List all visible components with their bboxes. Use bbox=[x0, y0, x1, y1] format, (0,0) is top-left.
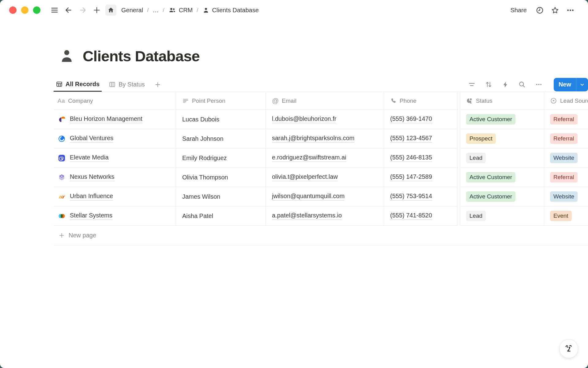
breadcrumb-clients-database[interactable]: Clients Database bbox=[201, 6, 261, 15]
phone-link[interactable]: (555) 147-2589 bbox=[390, 173, 432, 181]
phone-property-icon bbox=[390, 98, 397, 104]
breadcrumb-separator: / bbox=[160, 7, 166, 13]
view-more-icon[interactable] bbox=[535, 81, 543, 88]
column-header-lead-source[interactable]: Lead Source bbox=[544, 92, 588, 109]
point-person-value: Olivia Thompson bbox=[182, 174, 228, 181]
page-title[interactable]: Clients Database bbox=[83, 48, 200, 65]
column-gap bbox=[458, 92, 460, 110]
tab-by-status[interactable]: By Status bbox=[107, 77, 147, 92]
table-view-icon bbox=[56, 81, 63, 88]
email-link[interactable]: l.dubois@bleuhorizon.fr bbox=[272, 115, 336, 123]
table-row[interactable]: Global Ventures Sarah Johnson sarah.j@br… bbox=[54, 129, 588, 148]
home-tab-icon[interactable] bbox=[105, 5, 116, 16]
column-gap bbox=[458, 129, 460, 148]
email-link[interactable]: sarah.j@brightsparksolns.com bbox=[272, 135, 354, 143]
phone-link[interactable]: (555) 741-8520 bbox=[390, 212, 432, 220]
new-tab-icon[interactable] bbox=[91, 5, 102, 16]
lead-source-badge[interactable]: Event bbox=[550, 211, 572, 221]
breadcrumb-separator: / bbox=[194, 7, 200, 13]
table-row[interactable]: Bleu Horizon Management Lucas Dubois l.d… bbox=[54, 110, 588, 129]
stellar-systems-logo-icon bbox=[58, 212, 66, 220]
company-name-link[interactable]: Elevate Media bbox=[70, 154, 109, 162]
global-ventures-logo-icon bbox=[58, 135, 66, 143]
chevron-down-icon[interactable] bbox=[576, 82, 588, 87]
status-badge[interactable]: Active Customer bbox=[466, 114, 515, 125]
breadcrumb-general[interactable]: General bbox=[119, 6, 145, 15]
company-name-link[interactable]: Bleu Horizon Management bbox=[70, 115, 142, 123]
clients-table: Aa Company Point Person @ Email bbox=[54, 92, 588, 245]
forward-icon[interactable] bbox=[77, 5, 88, 16]
view-tabs-bar: All Records By Status bbox=[54, 77, 588, 92]
filter-icon[interactable] bbox=[468, 81, 476, 88]
updates-clock-icon[interactable] bbox=[534, 5, 545, 16]
tab-all-records[interactable]: All Records bbox=[54, 77, 102, 92]
column-header-company[interactable]: Aa Company bbox=[54, 92, 176, 109]
column-header-email[interactable]: @ Email bbox=[266, 92, 384, 109]
phone-link[interactable]: (555) 246-8135 bbox=[390, 154, 432, 162]
automations-lightning-icon[interactable] bbox=[502, 81, 509, 88]
status-badge[interactable]: Lead bbox=[466, 153, 486, 163]
email-link[interactable]: olivia.t@pixelperfect.law bbox=[272, 173, 338, 181]
title-property-icon: Aa bbox=[58, 98, 65, 104]
company-name-link[interactable]: Nexus Networks bbox=[70, 173, 115, 181]
company-name-link[interactable]: Urban Influence bbox=[70, 193, 113, 201]
page-person-icon[interactable] bbox=[58, 48, 75, 65]
table-row[interactable]: Stellar Systems Aisha Patel a.patel@stel… bbox=[54, 206, 588, 226]
lead-source-badge[interactable]: Referral bbox=[550, 172, 578, 182]
topbar: General / … / CRM / Clients Database Sha… bbox=[0, 0, 588, 20]
lead-source-badge[interactable]: Website bbox=[550, 153, 578, 163]
company-name-link[interactable]: Stellar Systems bbox=[70, 212, 112, 220]
breadcrumb-crm[interactable]: CRM bbox=[167, 5, 195, 15]
phone-link[interactable]: (555) 369-1470 bbox=[390, 115, 432, 123]
email-link[interactable]: e.rodriguez@swiftstream.ai bbox=[272, 154, 346, 162]
status-badge[interactable]: Prospect bbox=[466, 133, 496, 144]
lead-source-badge[interactable]: Referral bbox=[550, 114, 578, 125]
column-header-point-person[interactable]: Point Person bbox=[176, 92, 266, 109]
email-property-icon: @ bbox=[272, 97, 279, 105]
share-button[interactable]: Share bbox=[507, 5, 530, 16]
add-view-icon[interactable] bbox=[152, 77, 164, 92]
sidebar-menu-icon[interactable] bbox=[49, 5, 60, 16]
close-window-button[interactable] bbox=[9, 6, 17, 14]
status-badge[interactable]: Active Customer bbox=[466, 191, 515, 202]
minimize-window-button[interactable] bbox=[21, 6, 28, 14]
column-header-phone[interactable]: Phone bbox=[384, 92, 458, 109]
company-name-link[interactable]: Global Ventures bbox=[70, 135, 113, 143]
lead-source-badge[interactable]: Referral bbox=[550, 133, 578, 144]
plus-icon bbox=[58, 232, 65, 239]
zoom-window-button[interactable] bbox=[33, 6, 40, 14]
lead-source-badge[interactable]: Website bbox=[550, 191, 578, 202]
favorite-star-icon[interactable] bbox=[549, 5, 560, 16]
email-link[interactable]: jwilson@quantumquill.com bbox=[272, 193, 345, 201]
column-gap bbox=[458, 187, 460, 206]
page-header: Clients Database bbox=[58, 46, 588, 66]
breadcrumb-collapsed[interactable]: … bbox=[151, 6, 160, 15]
urban-influence-logo-icon bbox=[58, 193, 66, 201]
phone-link[interactable]: (555) 123-4567 bbox=[390, 135, 432, 143]
point-person-value: Lucas Dubois bbox=[182, 116, 219, 123]
sort-icon[interactable] bbox=[485, 81, 492, 88]
search-icon[interactable] bbox=[518, 81, 526, 88]
column-gap bbox=[458, 110, 460, 129]
people-icon bbox=[168, 6, 176, 14]
elevate-media-logo-icon bbox=[58, 154, 66, 162]
status-badge[interactable]: Active Customer bbox=[466, 172, 515, 182]
breadcrumb-separator: / bbox=[145, 7, 151, 13]
status-badge[interactable]: Lead bbox=[466, 211, 486, 221]
new-record-button[interactable]: New bbox=[554, 78, 588, 91]
point-person-value: Sarah Johnson bbox=[182, 135, 224, 142]
point-person-value: Aisha Patel bbox=[182, 213, 213, 220]
point-person-value: James Wilson bbox=[182, 193, 220, 200]
new-page-row[interactable]: New page bbox=[54, 226, 588, 245]
email-link[interactable]: a.patel@stellarsystems.io bbox=[272, 212, 342, 220]
table-row[interactable]: Elevate Media Emily Rodriguez e.rodrigue… bbox=[54, 148, 588, 168]
phone-link[interactable]: (555) 753-9514 bbox=[390, 193, 432, 201]
table-row[interactable]: Nexus Networks Olivia Thompson olivia.t@… bbox=[54, 168, 588, 187]
column-header-status[interactable]: Status bbox=[460, 92, 544, 109]
table-row[interactable]: Urban Influence James Wilson jwilson@qua… bbox=[54, 187, 588, 206]
more-options-icon[interactable] bbox=[565, 5, 576, 16]
select-property-icon bbox=[550, 97, 557, 104]
back-icon[interactable] bbox=[63, 5, 74, 16]
nexus-networks-logo-icon bbox=[58, 173, 66, 182]
notion-ai-face-button[interactable] bbox=[559, 339, 578, 358]
